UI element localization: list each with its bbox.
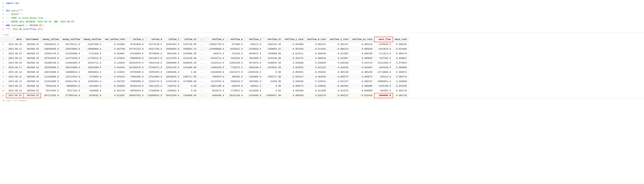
table-row: 42023-08-16002500.SZ182898768.0143463056… (0, 61, 409, 65)
col-header-inflow-s[interactable]: inflow_s (127, 37, 146, 42)
cell-net_inflow_rate: 0.120834 (103, 61, 127, 65)
code-content: """, full_db_scan=True).df() (6, 27, 43, 31)
cell-date: 2023-08-24 (6, 88, 24, 94)
col-header-net-inflow-rate[interactable]: net_inflow_rate (103, 37, 127, 42)
cell-inflow_s: 87630864.0 (127, 51, 146, 56)
col-header-money-inflow[interactable]: money_inflow (41, 37, 60, 42)
cell-netflow_xl: 44450.00 (263, 79, 283, 84)
cell-date: 2023-08-11 (6, 47, 24, 51)
col-header-money-netflow[interactable]: money_netflow (82, 37, 103, 42)
cell-money_inflow: 199566896.0 (41, 47, 60, 51)
table-row: 62023-08-18002500.SZ108233960.0138600624… (0, 70, 409, 75)
cell-netflow_s_rate: -0.034606 (283, 42, 305, 47)
cell-netflow_xl_rate: 0.013754 (350, 61, 374, 65)
cell-ellipsis: ... (198, 65, 206, 70)
cell-money_inflow: 78147864.0 (41, 88, 60, 94)
cell-netflow_l: -2620920.0 (244, 47, 263, 51)
cell-money_netflow: -4224304.0 (82, 84, 103, 88)
cell-ellipsis: ... (198, 88, 206, 94)
cell-netflow_m_rate: 0.002635 (305, 75, 328, 79)
cell-money_inflow: 166468512.0 (41, 42, 60, 47)
cell-netflow_m_rate: -0.014491 (305, 47, 328, 51)
cell-inflow_m: 29355264.0 (146, 70, 164, 75)
col-header-inflow-xl[interactable]: inflow_xl (181, 37, 198, 42)
cell-netflow_m_rate: 0.008318 (305, 56, 328, 61)
line-number: 8 (0, 27, 6, 31)
cell-money_outflow: 70317184.0 (61, 88, 82, 94)
cell-inflow_s: 55456136.0 (127, 84, 146, 88)
cell-net_inflow_rate: -0.123024 (103, 70, 127, 75)
cell-netflow_l_rate: -0.010255 (328, 65, 350, 70)
cell-netflow_xl: -14090457.00 (263, 93, 283, 98)
col-header-main-rate[interactable]: main_rate (393, 37, 409, 42)
cell-money_netflow: 15052560.0 (82, 65, 103, 70)
cell-money_inflow: 111436688.0 (41, 75, 60, 79)
cell-money_outflow: 181756112.0 (61, 42, 82, 47)
cell-netflow_l_rate: -0.005575 (328, 75, 350, 79)
cell-inflow_l: 19866000.0 (164, 61, 181, 65)
col-header-instrument[interactable]: instrument (24, 37, 41, 42)
line-number: 5 (0, 16, 6, 20)
cell-net_inflow_rate: -0.043902 (103, 42, 127, 47)
cell-inflow_xl: 1341600.00 (181, 65, 198, 70)
col-header-netflow-l-rate[interactable]: netflow_l_rate (328, 37, 350, 42)
cell-inflow_xl: 1304000.00 (181, 93, 198, 98)
col-header-netflow-xl[interactable]: netflow_xl (263, 37, 283, 42)
col-header-netflow-m[interactable]: netflow_m (226, 37, 244, 42)
cell-inflow_s: 72061056.0 (127, 75, 146, 79)
cell-instrument: 002500.SZ (24, 79, 41, 84)
col-header-idx (0, 37, 6, 42)
cell-main_flow: -6413878.0 (374, 47, 393, 51)
col-header-netflow-m-rate[interactable]: netflow_m_rate (305, 37, 328, 42)
cell-netflow_s_rate: 0.055469 (283, 88, 305, 94)
col-header-netflow-s[interactable]: netflow_s (206, 37, 226, 42)
col-header-netflow-s-rate[interactable]: netflow_s_rate (283, 37, 305, 42)
cell-money_netflow: -5731360.0 (82, 51, 103, 56)
cell-inflow_l: 59432304.0 (164, 93, 181, 98)
check-icon: ✓ (2, 34, 3, 36)
cell-main_flow: 3164250.0 (374, 65, 393, 70)
cell-main_flow: 2846095.0 (374, 93, 393, 98)
cell-netflow_l: -3603198.0 (244, 65, 263, 70)
cell-netflow_xl_rate: 0.005673 (350, 75, 374, 79)
col-header-main-flow[interactable]: main_flow (374, 37, 393, 42)
cell-money_netflow: 9246592.0 (82, 93, 103, 98)
code-line-4: 4 ··· SELECT * (0, 13, 644, 16)
cell-netflow_s_rate: -0.052556 (283, 47, 305, 51)
cell-main_rate: -0.033256 (393, 84, 409, 88)
cell-inflow_s: 58650324.0 (127, 88, 146, 94)
cell-netflow_s_rate: 0.033835 (283, 65, 305, 70)
cell-netflow_m: 12052296.0 (226, 61, 244, 65)
cell-netflow_s_rate: 0.043890 (283, 61, 305, 65)
col-header-money-outflow[interactable]: money_outflow (61, 37, 82, 42)
cell-netflow_m: 1729612.0 (226, 88, 244, 94)
table-row: 12023-08-11002500.SZ199566896.0228476864… (0, 47, 409, 51)
col-header-inflow-l[interactable]: inflow_l (164, 37, 181, 42)
col-header-date[interactable]: date (6, 37, 24, 42)
cell-netflow_m_rate: -0.030692 (305, 84, 328, 88)
col-header-netflow-l[interactable]: netflow_l (244, 37, 263, 42)
line-number: 1 (0, 2, 6, 5)
code-line-6: 6 ··· WHERE date BETWEEN '2023-08-10' AN… (0, 20, 644, 24)
cell-netflow_l_rate: 0.012957 (328, 56, 350, 61)
cell-netflow_m: 1933154.0 (226, 56, 244, 61)
cell-netflow_l: -469122.0 (244, 42, 263, 47)
cell-netflow_m_rate: 0.036929 (305, 61, 328, 65)
cell-inflow_xl: 1270000.00 (181, 79, 198, 84)
cell-netflow_xl: -1892316.50 (263, 42, 283, 47)
cell-money_netflow: -15287600.0 (82, 42, 103, 47)
data-table-container[interactable]: date instrument money_inflow money_outfl… (0, 37, 644, 98)
cell-idx: 5 (0, 65, 6, 70)
table-row: 102023-08-24002500.SZ78147864.070317184.… (0, 88, 409, 94)
table-row: 112023-08-25002500.SZ387131936.037788534… (0, 93, 409, 98)
cell-money_outflow: 228476864.0 (61, 47, 82, 51)
cell-netflow_m_rate: -0.000439 (305, 51, 328, 56)
cell-money_netflow: -30366664.0 (82, 70, 103, 75)
cell-netflow_xl_rate: -0.005240 (350, 70, 374, 75)
cell-ellipsis: ... (198, 51, 206, 56)
execution-info: ✓ 0.8s (0, 33, 644, 37)
col-header-inflow-m[interactable]: inflow_m (146, 37, 164, 42)
col-header-netflow-xl-rate[interactable]: netflow_xl_rate (350, 37, 374, 42)
cell-netflow_xl_rate: -0.018418 (350, 93, 374, 98)
cell-inflow_xl: 2243149.00 (181, 56, 198, 61)
